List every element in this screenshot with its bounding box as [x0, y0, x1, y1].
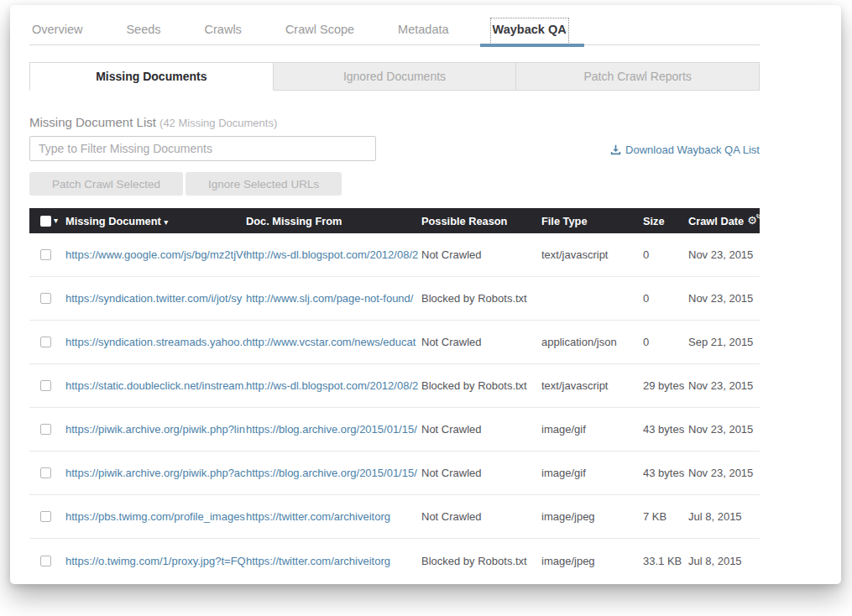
size: 43 bytes — [643, 423, 688, 436]
header-file-type[interactable]: File Type — [541, 215, 643, 227]
table-row: https://piwik.archive.org/piwik.php?lin … — [29, 408, 760, 452]
size: 0 — [643, 248, 688, 261]
download-wayback-qa-link[interactable]: Download Wayback QA List — [610, 144, 760, 156]
select-all-caret-icon[interactable]: ▾ — [54, 217, 58, 225]
crawl-date: Nov 23, 2015 — [688, 248, 760, 261]
tab-overview[interactable]: Overview — [29, 18, 85, 44]
table-row: https://o.twimg.com/1/proxy.jpg?t=FQ htt… — [29, 539, 760, 582]
doc-missing-from-link[interactable]: http://ws-dl.blogspot.com/2012/08/2 — [246, 379, 418, 392]
file-type: image/jpeg — [541, 510, 643, 523]
column-settings-gears-icon[interactable]: ⚙ ⚙ — [747, 214, 760, 227]
missing-document-link[interactable]: https://www.google.com/js/bg/mz2tjV6 — [65, 248, 246, 261]
tab-crawl-scope[interactable]: Crawl Scope — [283, 18, 357, 44]
missing-document-link[interactable]: https://piwik.archive.org/piwik.php?act — [65, 467, 246, 479]
size: 7 KB — [643, 510, 688, 523]
possible-reason: Blocked by Robots.txt — [421, 555, 541, 567]
list-title: Missing Document List — [29, 115, 156, 129]
row-checkbox[interactable] — [40, 337, 51, 347]
crawl-date: Nov 23, 2015 — [688, 467, 760, 479]
table-row: https://syndication.streamads.yahoo.c ht… — [29, 321, 760, 364]
select-all-checkbox[interactable] — [40, 216, 51, 227]
table-row: https://pbs.twimg.com/profile_images. ht… — [29, 495, 760, 539]
table-row: https://piwik.archive.org/piwik.php?act … — [29, 452, 760, 495]
doc-missing-from-link[interactable]: https://twitter.com/archiveitorg — [246, 510, 390, 523]
file-type: image/jpeg — [541, 555, 643, 567]
file-type: application/json — [541, 336, 643, 348]
missing-document-link[interactable]: https://pbs.twimg.com/profile_images. — [65, 510, 246, 523]
possible-reason: Not Crawled — [421, 423, 541, 436]
table-row: https://static.doubleclick.net/instream.… — [29, 364, 760, 408]
file-type: image/gif — [541, 423, 643, 436]
missing-document-link[interactable]: https://o.twimg.com/1/proxy.jpg?t=FQ — [65, 555, 246, 567]
patch-crawl-selected-button[interactable]: Patch Crawl Selected — [29, 172, 183, 196]
doc-missing-from-link[interactable]: https://blog.archive.org/2015/01/15/ — [246, 423, 417, 436]
tab-missing-documents[interactable]: Missing Documents — [29, 62, 274, 91]
filter-input[interactable] — [29, 136, 376, 161]
gear-icon: ⚙ — [755, 214, 760, 220]
file-type: text/javascript — [541, 248, 643, 261]
row-checkbox[interactable] — [40, 249, 51, 260]
row-checkbox[interactable] — [40, 556, 51, 566]
file-type: text/javascript — [541, 379, 643, 392]
header-size[interactable]: Size — [643, 215, 688, 227]
row-checkbox[interactable] — [40, 511, 51, 522]
header-crawl-date[interactable]: Crawl Date — [688, 215, 744, 227]
missing-document-link[interactable]: https://syndication.twitter.com/i/jot/sy — [65, 292, 242, 305]
missing-document-link[interactable]: https://static.doubleclick.net/instream. — [65, 379, 246, 392]
possible-reason: Not Crawled — [421, 510, 541, 523]
row-checkbox[interactable] — [40, 380, 51, 391]
row-checkbox[interactable] — [40, 467, 51, 478]
doc-missing-from-link[interactable]: http://www.vcstar.com/news/educat — [246, 336, 416, 348]
crawl-date: Sep 21, 2015 — [688, 336, 760, 348]
doc-missing-from-link[interactable]: http://www.slj.com/page-not-found/ — [246, 292, 413, 305]
row-checkbox[interactable] — [40, 293, 51, 304]
tab-metadata[interactable]: Metadata — [395, 18, 451, 44]
header-missing-document-label: Missing Document — [65, 215, 161, 227]
primary-tab-bar: Overview Seeds Crawls Crawl Scope Metada… — [29, 5, 760, 45]
download-icon — [610, 144, 621, 155]
doc-missing-from-link[interactable]: https://blog.archive.org/2015/01/15/ — [246, 467, 417, 479]
crawl-date: Nov 23, 2015 — [688, 423, 760, 436]
crawl-date: Jul 8, 2015 — [688, 555, 760, 567]
ignore-selected-urls-button[interactable]: Ignore Selected URLs — [186, 172, 342, 196]
doc-missing-from-link[interactable]: https://twitter.com/archiveitorg — [246, 555, 390, 567]
possible-reason: Not Crawled — [421, 248, 541, 261]
crawl-date: Nov 23, 2015 — [688, 379, 760, 392]
size: 43 bytes — [643, 467, 688, 479]
possible-reason: Blocked by Robots.txt — [421, 379, 541, 392]
file-type: image/gif — [541, 467, 643, 479]
secondary-tab-bar: Missing Documents Ignored Documents Patc… — [29, 62, 760, 91]
header-possible-reason[interactable]: Possible Reason — [421, 215, 541, 227]
size: 29 bytes — [643, 379, 688, 392]
possible-reason: Not Crawled — [421, 467, 541, 479]
list-count: (42 Missing Documents) — [159, 117, 277, 129]
tab-ignored-documents[interactable]: Ignored Documents — [274, 62, 517, 91]
table-row: https://syndication.twitter.com/i/jot/sy… — [29, 277, 760, 321]
header-missing-document[interactable]: Missing Document ▾ — [65, 215, 246, 227]
possible-reason: Not Crawled — [421, 336, 541, 348]
table-row: https://www.google.com/js/bg/mz2tjV6 htt… — [29, 233, 760, 277]
bulk-actions: Patch Crawl Selected Ignore Selected URL… — [29, 172, 760, 196]
row-checkbox[interactable] — [40, 424, 51, 435]
size: 0 — [643, 292, 688, 305]
tab-seeds[interactable]: Seeds — [123, 18, 163, 44]
missing-documents-table: ▾ Missing Document ▾ Doc. Missing From P… — [29, 208, 760, 582]
tab-wayback-qa[interactable]: Wayback QA — [490, 18, 569, 44]
size: 33.1 KB — [643, 555, 688, 567]
tab-crawls[interactable]: Crawls — [202, 18, 244, 44]
header-doc-missing-from[interactable]: Doc. Missing From — [246, 215, 421, 227]
list-title-row: Missing Document List (42 Missing Docume… — [29, 115, 760, 129]
sort-caret-icon: ▾ — [164, 217, 168, 227]
crawl-date: Jul 8, 2015 — [688, 510, 760, 523]
doc-missing-from-link[interactable]: http://ws-dl.blogspot.com/2012/08/2 — [246, 248, 418, 261]
crawl-date: Nov 23, 2015 — [688, 292, 760, 305]
missing-document-link[interactable]: https://piwik.archive.org/piwik.php?lin — [65, 423, 245, 436]
possible-reason: Blocked by Robots.txt — [421, 292, 541, 305]
page-card: Overview Seeds Crawls Crawl Scope Metada… — [10, 5, 841, 584]
download-link-label: Download Wayback QA List — [625, 144, 760, 156]
missing-document-link[interactable]: https://syndication.streamads.yahoo.c — [65, 336, 246, 348]
size: 0 — [643, 336, 688, 348]
table-header-row: ▾ Missing Document ▾ Doc. Missing From P… — [29, 208, 760, 233]
tab-patch-crawl-reports[interactable]: Patch Crawl Reports — [516, 62, 760, 91]
